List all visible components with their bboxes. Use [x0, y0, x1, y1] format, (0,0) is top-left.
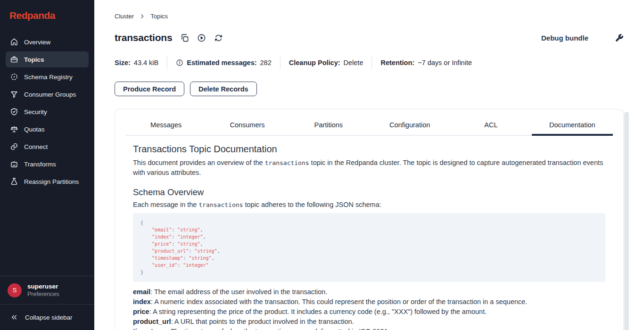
delete-records-button[interactable]: Delete Records	[190, 82, 257, 96]
flask-icon	[10, 177, 18, 186]
sidebar-item-schema-registry[interactable]: Schema Registry	[6, 69, 89, 85]
debug-bundle-link[interactable]: Debug bundle	[541, 34, 588, 42]
topics-box-icon	[10, 55, 18, 64]
stat-cleanup-policy: Cleanup Policy: Delete	[289, 59, 363, 66]
collapse-sidebar-label: Collapse sidebar	[25, 314, 73, 321]
sidebar-item-security[interactable]: Security	[6, 104, 89, 120]
field-index: index: A numeric index associated with t…	[133, 297, 605, 307]
scales-icon	[10, 125, 18, 133]
redpanda-logo: Redpanda	[0, 0, 94, 34]
json-schema-code-block: { "email": "string", "index": "integer",…	[133, 213, 605, 282]
doc-intro: This document provides an overview of th…	[133, 158, 605, 178]
sidebar-item-consumer-groups[interactable]: Consumer Groups	[6, 86, 89, 102]
collapse-sidebar-button[interactable]: Collapse sidebar	[0, 305, 94, 330]
schema-registry-icon	[10, 73, 18, 81]
sidebar-item-overview[interactable]: Overview	[6, 34, 89, 50]
sidebar-item-label: Schema Registry	[24, 74, 73, 81]
preferences-link[interactable]: Preferences	[27, 290, 59, 298]
info-icon[interactable]	[176, 59, 183, 66]
wrench-icon[interactable]	[615, 33, 624, 42]
robot-icon	[10, 160, 18, 168]
breadcrumb-cluster[interactable]: Cluster	[115, 13, 134, 20]
tab-acl[interactable]: ACL	[450, 119, 531, 136]
main-content: Cluster Topics transactions Debug bundle	[94, 0, 644, 330]
breadcrumb-topics[interactable]: Topics	[150, 13, 168, 20]
copy-icon[interactable]	[180, 33, 189, 42]
sidebar-item-label: Topics	[24, 56, 44, 63]
topic-stats: Size: 43.4 kiB Estimated messages: 282 C…	[115, 57, 624, 69]
sidebar-item-label: Transforms	[24, 161, 56, 168]
field-descriptions: email: The email address of the user inv…	[133, 287, 605, 330]
sidebar-item-label: Overview	[24, 39, 50, 46]
home-icon	[10, 38, 18, 46]
tab-partitions[interactable]: Partitions	[288, 119, 369, 136]
sidebar-item-label: Reassign Partitions	[24, 178, 79, 185]
topic-tabs: Messages Consumers Partitions Configurat…	[125, 119, 613, 136]
sidebar-item-reassign-partitions[interactable]: Reassign Partitions	[6, 173, 89, 190]
vertical-scrollbar[interactable]	[624, 112, 629, 330]
title-row: transactions Debug bundle	[115, 31, 624, 45]
tab-consumers[interactable]: Consumers	[206, 119, 288, 136]
shield-check-icon	[10, 107, 18, 116]
link-icon	[10, 142, 18, 151]
sidebar: Redpanda Overview Topics Schema Registry…	[0, 0, 94, 330]
sidebar-item-label: Security	[24, 108, 47, 116]
sidebar-item-transforms[interactable]: Transforms	[6, 156, 89, 172]
funnel-icon	[10, 90, 18, 99]
field-email: email: The email address of the user inv…	[133, 287, 605, 297]
refresh-icon[interactable]	[214, 33, 223, 42]
produce-record-button[interactable]: Produce Record	[115, 82, 184, 96]
sidebar-item-label: Consumer Groups	[24, 91, 76, 98]
tab-messages[interactable]: Messages	[125, 119, 206, 136]
stat-size: Size: 43.4 kiB	[115, 59, 158, 66]
topic-actions: Produce Record Delete Records	[115, 82, 624, 96]
field-price: price: A string representing the price o…	[133, 307, 605, 317]
sidebar-item-quotas[interactable]: Quotas	[6, 121, 89, 137]
field-timestamp: timestamp: The timestamp of when the tra…	[133, 327, 605, 330]
sidebar-item-connect[interactable]: Connect	[6, 139, 89, 155]
documentation-panel: Transactions Topic Documentation This do…	[115, 136, 623, 330]
stat-estimated-messages: Estimated messages: 282	[176, 59, 272, 66]
play-circle-icon[interactable]	[197, 33, 206, 42]
tab-documentation[interactable]: Documentation	[532, 119, 613, 136]
page-title: transactions	[115, 32, 172, 43]
topic-card: Messages Consumers Partitions Configurat…	[115, 109, 624, 330]
inline-code: transactions	[265, 159, 309, 166]
breadcrumb: Cluster Topics	[115, 13, 624, 20]
schema-overview-heading: Schema Overview	[133, 187, 605, 198]
inline-code: transactions	[198, 201, 243, 208]
schema-intro: Each message in the transactions topic a…	[133, 200, 605, 210]
doc-title: Transactions Topic Documentation	[133, 144, 605, 155]
sidebar-item-label: Quotas	[24, 126, 45, 133]
avatar: S	[8, 283, 22, 297]
user-name: superuser	[27, 282, 59, 290]
sidebar-nav: Overview Topics Schema Registry Consumer…	[0, 34, 94, 190]
user-section: S superuser Preferences	[0, 276, 94, 305]
tab-configuration[interactable]: Configuration	[369, 119, 450, 136]
field-product-url: product_url: A URL that points to the pr…	[133, 317, 605, 327]
sidebar-item-label: Connect	[24, 143, 48, 150]
stat-retention: Retention: ~7 days or Infinite	[380, 59, 472, 66]
chevron-right-icon	[139, 13, 145, 19]
sidebar-item-topics[interactable]: Topics	[6, 51, 89, 67]
double-chevron-left-icon	[10, 314, 18, 321]
